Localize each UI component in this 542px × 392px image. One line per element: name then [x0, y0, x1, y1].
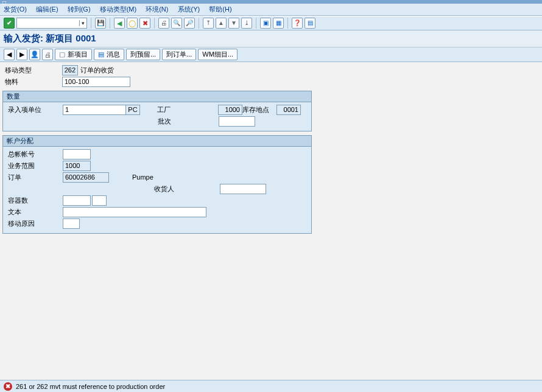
- group-account-title: 帐户分配: [3, 136, 311, 147]
- shortcut-button[interactable]: ▦: [273, 18, 284, 29]
- row-mvmt-type: 移动类型 262 订单的收货: [2, 65, 540, 75]
- group-quantity: 数量 录入项单位 1 PC 工厂 1000 库存地点 0001: [2, 91, 312, 131]
- print-overview-button[interactable]: 🖨: [42, 49, 53, 60]
- group-quantity-title: 数量: [3, 91, 311, 102]
- row-material: 物料 100-100: [2, 76, 540, 87]
- last-page-button[interactable]: ⤓: [241, 18, 252, 29]
- stg-loc-field: 0001: [276, 105, 301, 115]
- screen-title: 输入发货: 新项目 0001: [0, 30, 542, 47]
- next-item-button[interactable]: ▶: [16, 49, 27, 60]
- business-area-field: 1000: [63, 161, 91, 171]
- mvmt-type-field: 262: [62, 65, 78, 75]
- plant-field: 1000: [218, 105, 242, 115]
- containers-field-b[interactable]: [92, 195, 107, 206]
- order-desc: Pumpe: [132, 173, 153, 181]
- gl-label: 总帐帐号: [5, 150, 63, 159]
- form-area: 移动类型 262 订单的收货 物料 100-100 数量 录入项单位 1 PC …: [0, 62, 542, 239]
- containers-label: 容器数: [5, 196, 63, 205]
- back-button[interactable]: ◀: [114, 18, 125, 29]
- menu-item[interactable]: 环境(N): [146, 5, 168, 13]
- stg-loc-label: 库存地点: [242, 105, 276, 114]
- layout-menu-button[interactable]: ▤: [304, 18, 315, 29]
- find-next-button[interactable]: 🔎: [184, 18, 195, 29]
- menu-item[interactable]: 系统(Y): [178, 5, 200, 13]
- mvmt-type-desc: 订单的收货: [80, 66, 114, 75]
- group-quantity-body: 录入项单位 1 PC 工厂 1000 库存地点 0001 批次: [3, 102, 311, 131]
- exit-button[interactable]: ◯: [127, 18, 138, 29]
- text-field[interactable]: [63, 207, 206, 217]
- gl-field[interactable]: [63, 149, 91, 159]
- entry-qty-field[interactable]: 1: [63, 105, 126, 115]
- standard-toolbar: ✔ ▾ 💾 ◀ ◯ ✖ 🖨 🔍 🔎 ⤒ ▲ ▼ ⤓ ▣ ▦ ❓ ▤: [0, 16, 542, 30]
- cancel-button[interactable]: ✖: [139, 18, 150, 29]
- save-button[interactable]: 💾: [95, 18, 106, 29]
- page-down-button[interactable]: ▼: [228, 18, 239, 29]
- command-dropdown-icon[interactable]: ▾: [79, 20, 86, 26]
- command-field-wrap: ▾: [16, 18, 87, 29]
- menu-item[interactable]: 移动类型(M): [100, 5, 137, 13]
- reason-label: 移动原因: [5, 219, 63, 228]
- page-up-button[interactable]: ▲: [216, 18, 227, 29]
- reason-field[interactable]: [63, 219, 80, 229]
- new-item-label: 新项目: [68, 50, 88, 59]
- menu-item[interactable]: 帮助(H): [209, 5, 231, 13]
- menu-item[interactable]: 编辑(E): [36, 5, 58, 13]
- overview-button[interactable]: 👤: [29, 49, 40, 60]
- messages-label: 消息: [107, 50, 120, 59]
- mvmt-type-label: 移动类型: [2, 66, 62, 75]
- menu-item[interactable]: 转到(G): [68, 5, 91, 13]
- material-field[interactable]: 100-100: [62, 77, 130, 87]
- entry-unit-field: PC: [125, 105, 140, 115]
- batch-field[interactable]: [219, 116, 255, 127]
- menu-item[interactable]: 发货(O): [4, 5, 27, 13]
- to-order-button[interactable]: 到订单...: [162, 49, 196, 60]
- messages-button[interactable]: ▤ 消息: [94, 49, 124, 60]
- prev-item-button[interactable]: ◀: [4, 49, 15, 60]
- material-label: 物料: [2, 77, 62, 86]
- window-menu-icon: □: [2, 0, 6, 6]
- wm-detail-button[interactable]: WM细目...: [198, 49, 238, 60]
- entry-unit-label: 录入项单位: [5, 105, 63, 114]
- recipient-field[interactable]: [220, 184, 266, 194]
- recipient-label: 收货人: [154, 184, 185, 194]
- command-field[interactable]: [17, 18, 79, 28]
- text-label: 文本: [5, 208, 63, 217]
- list-icon: ▤: [98, 51, 104, 58]
- order-field: 60002686: [63, 172, 109, 183]
- enter-button[interactable]: ✔: [4, 18, 15, 29]
- group-account: 帐户分配 总帐帐号 业务范围 1000 订单 60002686 Pumpe: [2, 135, 312, 234]
- window-title-strip: □: [0, 0, 542, 4]
- order-label: 订单: [5, 173, 63, 182]
- batch-label: 批次: [158, 117, 188, 126]
- new-session-button[interactable]: ▣: [260, 18, 271, 29]
- help-button[interactable]: ❓: [292, 18, 303, 29]
- business-area-label: 业务范围: [5, 161, 63, 170]
- print-button[interactable]: 🖨: [158, 18, 169, 29]
- find-button[interactable]: 🔍: [171, 18, 182, 29]
- new-item-button[interactable]: ▢ 新项目: [55, 49, 92, 60]
- group-account-body: 总帐帐号 业务范围 1000 订单 60002686 Pumpe 收货人: [3, 147, 311, 233]
- app-toolbar: ◀ ▶ 👤 🖨 ▢ 新项目 ▤ 消息 到预留... 到订单... WM细目...: [0, 47, 542, 62]
- menu-bar: 发货(O) 编辑(E) 转到(G) 移动类型(M) 环境(N) 系统(Y) 帮助…: [0, 4, 542, 16]
- status-message: 261 or 262 mvt must reference to product…: [16, 383, 165, 390]
- first-page-button[interactable]: ⤒: [203, 18, 214, 29]
- app-root: { "menu": { "items": ["发货(O)", "编辑(E)", …: [0, 0, 542, 392]
- error-icon: ✖: [4, 382, 12, 391]
- status-bar: ✖ 261 or 262 mvt must reference to produ…: [0, 380, 542, 392]
- document-icon: ▢: [59, 51, 65, 58]
- plant-label: 工厂: [157, 105, 188, 114]
- to-reservation-button[interactable]: 到预留...: [126, 49, 160, 60]
- containers-field-a[interactable]: [63, 195, 91, 206]
